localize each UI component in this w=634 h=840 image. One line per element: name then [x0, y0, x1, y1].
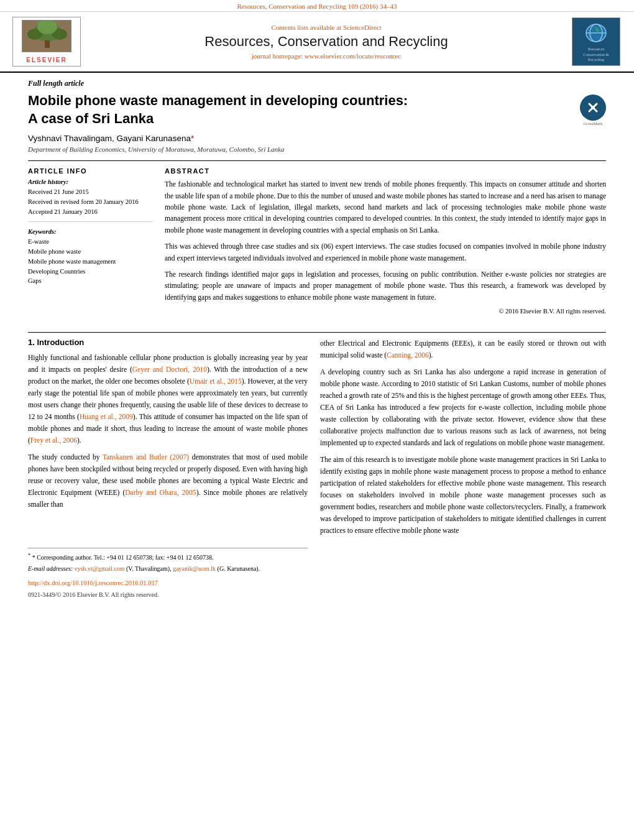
copyright-notice: © 2016 Elsevier B.V. All rights reserved…: [165, 308, 606, 315]
intro-heading: 1. Introduction: [28, 338, 308, 347]
journal-logo: Resources Conservation & Recycling: [572, 17, 622, 66]
svg-point-14: [591, 106, 595, 109]
intro-right-para-2: A developing country such as Sri Lanka h…: [320, 366, 606, 449]
intro-para-2: The study conducted by Tanskanen and But…: [28, 451, 308, 510]
revised-date: Received in revised form 20 January 2016: [28, 197, 152, 207]
article-history-label: Article history:: [28, 178, 152, 185]
sciencedirect-link: Contents lists available at ScienceDirec…: [93, 24, 559, 31]
issn-line: 0921-3449/© 2016 Elsevier B.V. All right…: [28, 590, 308, 599]
doi-link[interactable]: http://dx.doi.org/10.1016/j.resconrec.20…: [28, 578, 308, 588]
keywords-label: Keywords:: [28, 228, 152, 235]
top-bar-text: Resources, Conservation and Recycling 10…: [237, 2, 397, 10]
keyword-2: Mobile phone waste: [28, 247, 152, 257]
elsevier-logo: ELSEVIER: [12, 17, 81, 67]
abstract-para-1: The fashionable and technological market…: [165, 178, 606, 236]
intro-right: other Electrical and Electronic Equipmen…: [320, 338, 606, 601]
journal-header: ELSEVIER Contents lists available at Sci…: [0, 12, 634, 73]
elsevier-brand: ELSEVIER: [26, 57, 67, 63]
email-footnote: E-mail addresses: vysh.vt@gmail.com (V. …: [28, 564, 308, 573]
intro-right-para-3: The aim of this research is to investiga…: [320, 454, 606, 537]
article-type: Full length article: [28, 79, 606, 88]
crossmark-badge: CrossMark: [580, 95, 606, 126]
intro-right-para-1: other Electrical and Electronic Equipmen…: [320, 338, 606, 361]
keyword-5: Gaps: [28, 276, 152, 286]
keyword-4: Developing Countries: [28, 267, 152, 277]
abstract-heading: ABSTRACT: [165, 167, 606, 175]
accepted-date: Accepted 21 January 2016: [28, 207, 152, 217]
affiliation: Department of Building Economics, Univer…: [28, 145, 606, 153]
received-date: Received 21 June 2015: [28, 187, 152, 197]
corresponding-footnote: * * Corresponding author. Tel.: +94 01 1…: [28, 552, 308, 562]
journal-logo-text: Resources Conservation & Recycling: [583, 47, 609, 62]
keyword-1: E-waste: [28, 237, 152, 247]
keyword-3: Mobile phone waste management: [28, 257, 152, 267]
journal-title: Resources, Conservation and Recycling: [93, 34, 559, 50]
intro-left: 1. Introduction Highly functional and fa…: [28, 338, 308, 601]
article-title: Mobile phone waste management in develop…: [28, 92, 525, 127]
journal-homepage: journal homepage: www.elsevier.com/locat…: [93, 52, 559, 60]
authors: Vyshnavi Thavalingam, Gayani Karunasena*: [28, 134, 606, 143]
article-info-heading: ARTICLE INFO: [28, 167, 152, 175]
abstract-para-3: The research findings identified major g…: [165, 269, 606, 303]
framework-word: framework: [575, 503, 606, 510]
article-info-column: ARTICLE INFO Article history: Received 2…: [28, 167, 152, 315]
footnote-area: * * Corresponding author. Tel.: +94 01 1…: [28, 548, 308, 599]
svg-rect-2: [45, 40, 50, 48]
abstract-para-2: This was achieved through three case stu…: [165, 241, 606, 264]
intro-para-1: Highly functional and fashionable cellul…: [28, 352, 308, 446]
top-bar: Resources, Conservation and Recycling 10…: [0, 0, 634, 12]
abstract-column: ABSTRACT The fashionable and technologic…: [165, 167, 606, 315]
journal-center: Contents lists available at ScienceDirec…: [81, 24, 572, 60]
